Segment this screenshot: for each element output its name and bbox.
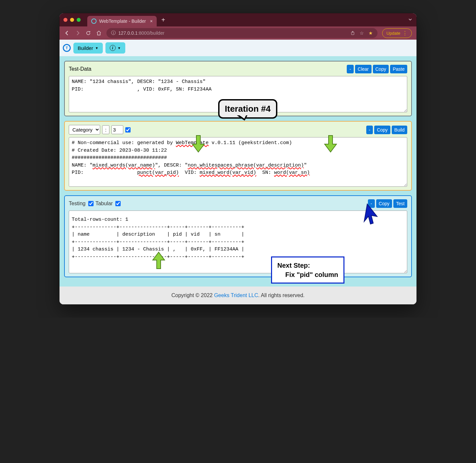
star-filled-icon[interactable]: ★ xyxy=(369,30,373,36)
update-browser-button[interactable]: Update ⋮ xyxy=(382,28,412,38)
window-controls xyxy=(63,18,81,22)
share-icon[interactable] xyxy=(350,30,355,36)
close-tab-icon[interactable]: × xyxy=(150,19,153,24)
testing-textarea[interactable]: Total-rows-count: 1 +--------------+----… xyxy=(69,211,407,273)
green-up-arrow-icon xyxy=(152,251,165,269)
testdata-clear-button[interactable]: Clear xyxy=(355,65,371,73)
template-textarea[interactable]: # Non-commercial use: generated by WebTe… xyxy=(69,137,407,187)
builder-dropdown[interactable]: Builder ▼ xyxy=(73,43,103,54)
green-down-arrow-icon xyxy=(192,135,205,153)
chevron-down-icon: ▼ xyxy=(118,46,121,50)
main-area: Test-Data - Clear Copy Paste NAME: "1234… xyxy=(60,56,416,287)
info-dropdown[interactable]: i ▼ xyxy=(105,42,125,54)
green-down-arrow-icon xyxy=(324,135,337,153)
cursor-arrow-icon xyxy=(364,202,379,225)
count-input[interactable] xyxy=(111,125,123,134)
url-host: 127.0.0.1 xyxy=(118,30,138,36)
tabular-label: Tabular xyxy=(96,201,113,207)
template-checkbox[interactable] xyxy=(125,127,131,133)
template-build-button[interactable]: Build xyxy=(392,126,407,134)
template-panel: Category - Copy Build # Non-commercial u… xyxy=(64,121,412,191)
site-favicon-icon xyxy=(91,19,97,24)
forward-button[interactable] xyxy=(75,30,81,36)
home-button[interactable] xyxy=(96,30,102,36)
template-minimize-button[interactable]: - xyxy=(366,126,373,134)
testing-test-button[interactable]: Test xyxy=(393,199,407,208)
testdata-copy-button[interactable]: Copy xyxy=(373,65,389,73)
testing-panel: Testing Tabular - Copy Test Total-rows-c… xyxy=(64,195,412,277)
address-bar: ⓘ 127.0.0.1:8000/builder ☆ ★ Update ⋮ xyxy=(60,26,416,40)
testing-label: Testing xyxy=(69,201,86,207)
separator-input[interactable] xyxy=(102,125,109,134)
copyright-footer: Copyright © 2022 Geeks Trident LLC. All … xyxy=(60,287,416,304)
close-window-button[interactable] xyxy=(63,18,67,22)
testing-checkbox[interactable] xyxy=(88,201,94,206)
site-info-icon[interactable]: ⓘ xyxy=(111,30,116,36)
new-tab-button[interactable]: + xyxy=(161,16,165,24)
tab-title: WebTemplate - Builder xyxy=(99,19,146,24)
app-toolbar: T Builder ▼ i ▼ xyxy=(60,40,416,56)
info-icon: i xyxy=(110,45,116,51)
app-logo-icon[interactable]: T xyxy=(63,44,71,52)
reload-button[interactable] xyxy=(85,30,91,36)
maximize-window-button[interactable] xyxy=(77,18,81,22)
browser-window: WebTemplate - Builder × + ⓘ 127.0.0.1:80… xyxy=(60,13,416,304)
browser-tab[interactable]: WebTemplate - Builder × xyxy=(87,16,157,26)
testdata-paste-button[interactable]: Paste xyxy=(390,65,407,73)
company-link[interactable]: Geeks Trident LLC xyxy=(214,292,258,298)
star-outline-icon[interactable]: ☆ xyxy=(360,30,364,36)
back-button[interactable] xyxy=(64,30,70,36)
test-data-title: Test-Data xyxy=(69,66,91,72)
testdata-minimize-button[interactable]: - xyxy=(347,65,354,73)
titlebar: WebTemplate - Builder × + xyxy=(60,13,416,26)
template-copy-button[interactable]: Copy xyxy=(374,126,390,134)
category-select[interactable]: Category xyxy=(69,125,100,135)
minimize-window-button[interactable] xyxy=(70,18,74,22)
next-step-callout: Next Step: Fix "pid" column xyxy=(271,256,344,284)
chevron-down-icon: ▼ xyxy=(95,46,99,50)
url-path: :8000/builder xyxy=(138,30,164,36)
iteration-callout: Iteration #4 xyxy=(218,99,277,119)
url-field[interactable]: ⓘ 127.0.0.1:8000/builder ☆ ★ xyxy=(106,28,377,38)
tabular-checkbox[interactable] xyxy=(115,201,121,206)
expand-tabs-icon[interactable] xyxy=(408,17,413,23)
